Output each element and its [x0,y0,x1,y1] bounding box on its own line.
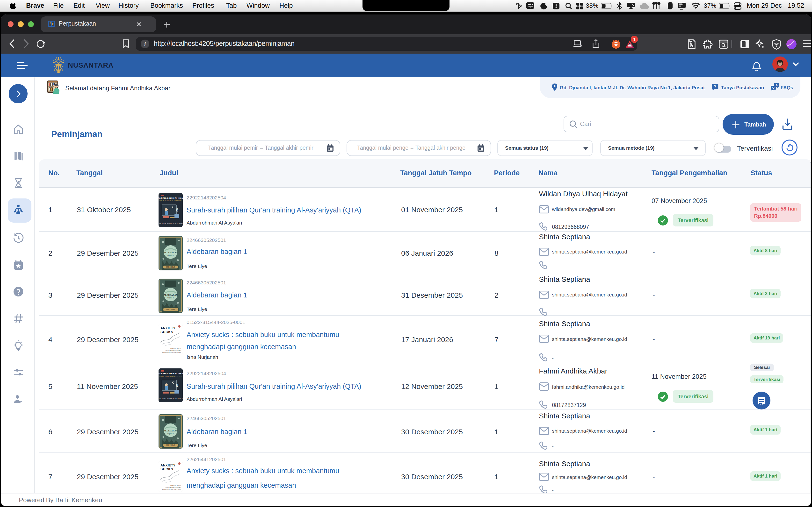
svg-text:SEBUAH BUKU: SEBUAH BUKU [170,485,181,486]
svg-text:SUCKS: SUCKS [160,467,173,471]
svg-text:8: 8 [176,208,179,213]
svg-text:ALDEBARAN: ALDEBARAN [164,430,178,432]
svg-text:MENGHADAPI GANGGUAN: MENGHADAPI GANGGUAN [162,351,181,353]
svg-text:TERE LIYE: TERE LIYE [166,444,175,446]
svg-text:ABDURROHMAN AL ASYAARI: ABDURROHMAN AL ASYAARI [158,222,183,225]
svg-text:SURAH-SURAH PILIHAN: SURAH-SURAH PILIHAN [158,372,183,375]
svg-text:TERE LIYE: TERE LIYE [166,266,175,268]
svg-text:ANXIETY: ANXIETY [160,463,176,467]
svg-text:ANXIETY: ANXIETY [160,326,176,330]
svg-text:UNTUK MEMBANTUMU: UNTUK MEMBANTUMU [165,350,181,351]
svg-text:?: ? [714,84,716,89]
svg-text:bagian 1: bagian 1 [167,297,174,299]
svg-text:QURAN TRAINING AL-ASYARIYYAH: QURAN TRAINING AL-ASYARIYYAH [159,375,182,377]
svg-text:ABDURROHMAN AL ASYAARI: ABDURROHMAN AL ASYAARI [158,397,183,400]
svg-text:TERE LIYE: TERE LIYE [166,308,175,311]
svg-text:UNTUK MEMBANTUMU: UNTUK MEMBANTUMU [165,487,181,488]
svg-text:MENGHADAPI GANGGUAN: MENGHADAPI GANGGUAN [162,489,181,490]
svg-text:Q: Q [772,86,774,89]
svg-text:8: 8 [176,383,179,388]
svg-text:SURAH-SURAH PILIHAN: SURAH-SURAH PILIHAN [158,197,183,200]
svg-text:SEBUAH BUKU: SEBUAH BUKU [170,348,181,349]
svg-text:ALDEBARAN: ALDEBARAN [164,294,178,296]
svg-text:bagian 1: bagian 1 [167,254,174,256]
svg-text:A: A [776,83,778,86]
svg-text:bagian 1: bagian 1 [167,433,174,435]
svg-text:ALDEBARAN: ALDEBARAN [164,251,178,253]
svg-text:QURAN TRAINING AL-ASYARIYYAH: QURAN TRAINING AL-ASYARIYYAH [159,200,182,202]
svg-text:SUCKS: SUCKS [160,330,173,334]
